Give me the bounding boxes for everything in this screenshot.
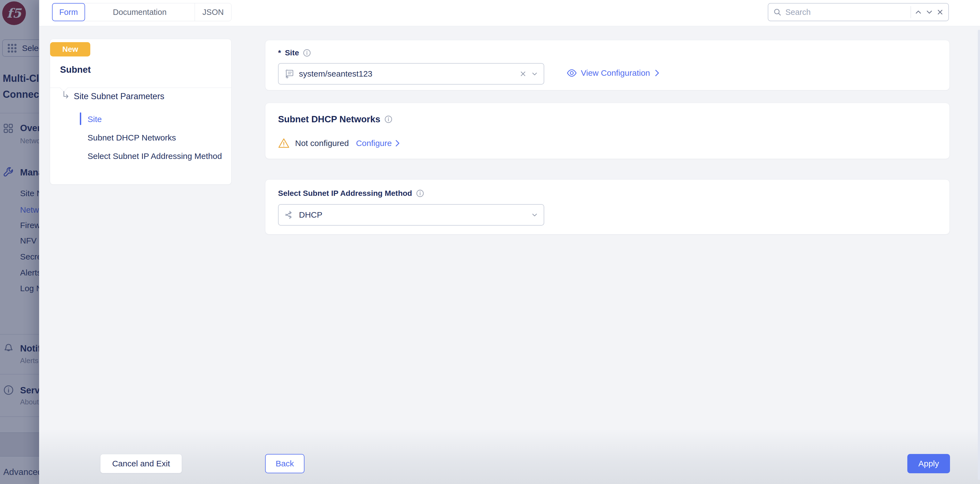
info-icon[interactable] xyxy=(416,189,424,198)
tree-branch-icon xyxy=(62,91,70,100)
sidebar-item-alerts[interactable]: Alerts M xyxy=(20,268,39,277)
f5-logo: f5 xyxy=(2,2,26,25)
sidebar-item-notifications-sub: Alerts xyxy=(20,356,38,365)
cancel-and-exit-button[interactable]: Cancel and Exit xyxy=(100,454,182,473)
site-select-value: system/seantest123 xyxy=(299,69,515,78)
divider-notch xyxy=(59,83,68,92)
sidebar-item-networking[interactable]: Networking xyxy=(20,205,39,215)
object-reference-icon xyxy=(284,69,294,79)
sidebar-item-nfv[interactable]: NFV Ser xyxy=(20,236,39,246)
sidebar-item-manage[interactable]: Manage xyxy=(20,167,39,178)
workspace-title: Multi-Cl Connect xyxy=(3,70,39,102)
wizard-nav-card: New Subnet Site Subnet Parameters Site S… xyxy=(50,39,232,185)
wizard-title: Subnet xyxy=(60,64,91,75)
eye-icon xyxy=(566,68,577,78)
info-icon[interactable] xyxy=(303,49,311,57)
view-configuration-label: View Configuration xyxy=(581,68,650,78)
app-sidebar: f5 Select Multi-Cl Connect Overview Netw… xyxy=(0,0,39,484)
search-input[interactable] xyxy=(785,8,907,17)
sidebar-item-firewall[interactable]: Firewall xyxy=(20,220,39,230)
sidebar-item-site-networks[interactable]: Site Net xyxy=(20,189,39,198)
required-mark: * xyxy=(278,48,281,57)
tree-item-site[interactable]: Site xyxy=(88,115,102,124)
dhcp-card-title: Subnet DHCP Networks xyxy=(278,114,380,125)
sidebar-item-service-sub: About xyxy=(20,398,39,406)
tab-documentation[interactable]: Documentation xyxy=(85,3,195,21)
service-info-icon xyxy=(3,385,14,395)
info-icon[interactable] xyxy=(384,115,393,123)
warning-icon xyxy=(278,138,290,149)
tree-item-subnet-dhcp-networks[interactable]: Subnet DHCP Networks xyxy=(88,133,176,142)
addressing-method-card: Select Subnet IP Addressing Method DHCP xyxy=(265,179,950,235)
dhcp-networks-card: Subnet DHCP Networks Not configured Conf… xyxy=(265,103,950,159)
site-select[interactable]: system/seantest123 xyxy=(278,63,544,85)
sidebar-advanced-toggle[interactable]: Advanced xyxy=(3,467,39,477)
configure-label: Configure xyxy=(356,139,392,148)
manage-wrench-icon xyxy=(3,167,14,178)
back-button[interactable]: Back xyxy=(265,454,304,473)
status-text: Not configured xyxy=(295,139,349,148)
configure-link[interactable]: Configure xyxy=(356,139,401,148)
divider xyxy=(50,88,231,88)
service-switcher-button[interactable]: Select xyxy=(2,39,39,57)
sidebar-item-service[interactable]: Service xyxy=(20,385,39,396)
choice-fork-icon xyxy=(284,210,294,220)
sidebar-item-notifications[interactable]: Notific xyxy=(20,343,39,354)
apply-button[interactable]: Apply xyxy=(907,454,950,473)
sidebar-collapsed-band xyxy=(0,433,39,457)
chevron-right-icon xyxy=(395,139,401,147)
tree-item-site-subnet-parameters[interactable]: Site Subnet Parameters xyxy=(74,91,164,101)
chevron-down-icon[interactable] xyxy=(531,211,538,219)
search-box xyxy=(768,3,949,21)
search-next-icon[interactable] xyxy=(926,8,933,16)
tab-json[interactable]: JSON xyxy=(195,3,231,21)
site-field-label: Site xyxy=(285,48,299,57)
object-editor-drawer: Form Documentation JSON xyxy=(39,0,980,484)
overview-icon xyxy=(3,123,13,133)
method-select[interactable]: DHCP xyxy=(278,204,544,225)
search-icon xyxy=(773,8,781,16)
scrollbar-thumb[interactable] xyxy=(978,30,980,480)
service-switcher-label: Select xyxy=(22,43,39,53)
sidebar-item-log[interactable]: Log Net xyxy=(20,284,39,293)
sidebar-divider xyxy=(0,334,39,334)
sidebar-item-overview-sub: Network xyxy=(20,137,39,145)
chevron-right-icon xyxy=(654,69,660,77)
site-section-card: * Site system/seantest123 xyxy=(265,40,950,90)
new-badge: New xyxy=(50,42,90,56)
editor-topbar: Form Documentation JSON xyxy=(39,0,980,26)
sidebar-item-secrets[interactable]: Secrets xyxy=(20,252,39,261)
active-item-bar xyxy=(80,112,81,125)
tab-form[interactable]: Form xyxy=(52,3,85,21)
method-select-value: DHCP xyxy=(299,210,527,220)
sidebar-item-overview[interactable]: Overview xyxy=(20,123,39,133)
app-grid-icon xyxy=(6,43,18,54)
tree-item-select-subnet-ip-addressing-method[interactable]: Select Subnet IP Addressing Method xyxy=(88,150,223,163)
clear-icon[interactable] xyxy=(519,70,527,77)
search-prev-icon[interactable] xyxy=(915,8,922,16)
view-configuration-link[interactable]: View Configuration xyxy=(566,68,660,78)
method-field-label: Select Subnet IP Addressing Method xyxy=(278,189,412,198)
search-close-icon[interactable] xyxy=(937,9,943,16)
chevron-down-icon[interactable] xyxy=(531,70,538,77)
view-tab-group: Form Documentation JSON xyxy=(52,3,232,21)
sidebar-divider xyxy=(0,374,39,374)
notifications-bell-icon xyxy=(3,343,14,353)
